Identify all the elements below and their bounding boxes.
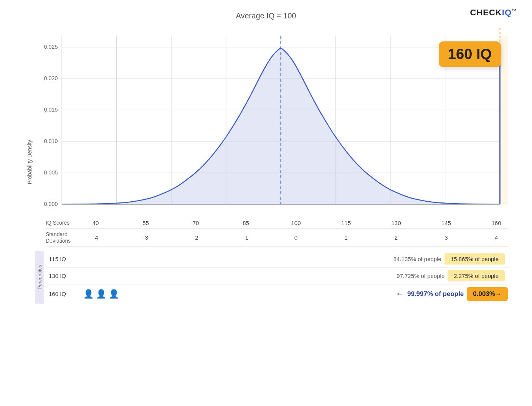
std-dev-value: 0 <box>284 234 307 241</box>
person-icon-3: 👤 <box>109 289 119 299</box>
iq-scores-values: 40557085100115130145160 <box>84 220 508 226</box>
pct-bar-area: 97.725% of people 2.275% of people <box>80 270 508 281</box>
iq-score-value: 145 <box>435 220 458 226</box>
percentile-row: 115 IQ 84.135% of people 15.865% of peop… <box>46 251 508 268</box>
pct-yellow-text: 2.275% of people <box>448 270 505 281</box>
svg-text:0.005: 0.005 <box>44 169 58 176</box>
divider-2 <box>46 247 508 247</box>
percentiles-section: Percentiles 115 IQ 84.135% of people 15.… <box>35 251 508 304</box>
std-dev-value: 2 <box>385 234 408 241</box>
iq-score-value: 40 <box>84 220 107 226</box>
svg-text:0.010: 0.010 <box>44 138 58 144</box>
std-dev-value: 4 <box>485 234 508 241</box>
pct-bar-area: 84.135% of people 15.865% of people <box>80 253 508 265</box>
person-icon-1: 👤 <box>83 289 94 299</box>
arrow-left-icon: ← <box>396 289 404 299</box>
iq-score-value: 160 <box>485 220 508 226</box>
bell-curve-chart: 0.000 0.005 0.010 0.015 0.020 0.025 <box>35 20 508 220</box>
page-container: CHECKIQ™ Average IQ = 100 Probability De… <box>0 0 532 406</box>
pct-iq-label: 130 IQ <box>46 273 80 279</box>
std-dev-value: -3 <box>134 234 157 241</box>
pct-160-orange-badge: 0.003%→ <box>467 287 508 301</box>
pct-160-white-text: 99.997% of people <box>407 290 464 298</box>
iq-scores-row: IQ Scores 40557085100115130145160 <box>46 220 508 226</box>
std-dev-value: 1 <box>335 234 358 241</box>
x-axis-section: IQ Scores 40557085100115130145160 Standa… <box>46 220 508 247</box>
std-dev-value: -4 <box>84 234 107 241</box>
std-dev-row: Standard Deviations -4-3-2-101234 <box>46 231 508 244</box>
chart-inner: 0.000 0.005 0.010 0.015 0.020 0.025 <box>35 20 508 304</box>
svg-rect-21 <box>500 36 508 204</box>
pct-160-iq-label: 160 IQ <box>46 291 80 297</box>
iq-score-value: 70 <box>184 220 207 226</box>
divider-1 <box>46 228 508 229</box>
logo-suffix: IQ <box>502 8 512 17</box>
percentile-row: 130 IQ 97.725% of people 2.275% of peopl… <box>46 268 508 284</box>
std-dev-value: -1 <box>235 234 258 241</box>
percentile-row-160: 160 IQ 👤 👤 👤 ← 99.997% of people 0.003%→ <box>46 284 508 304</box>
iq-score-value: 55 <box>134 220 157 226</box>
logo: CHECKIQ™ <box>470 8 517 18</box>
chart-area: Probability Density 0.000 0.005 <box>24 20 508 304</box>
pct-white-text: 97.725% of people <box>397 273 448 279</box>
iq-badge: 160 IQ <box>439 41 501 67</box>
svg-text:0.025: 0.025 <box>44 44 58 50</box>
std-dev-value: -2 <box>184 234 207 241</box>
logo-text: CHECK <box>470 8 502 17</box>
pct-yellow-text: 15.865% of people <box>444 253 505 265</box>
svg-text:0.020: 0.020 <box>44 75 58 81</box>
percentile-rows: 115 IQ 84.135% of people 15.865% of peop… <box>46 251 508 304</box>
pct-iq-label: 115 IQ <box>46 256 80 262</box>
percentiles-label: Percentiles <box>35 251 44 304</box>
logo-trademark: ™ <box>512 8 517 13</box>
arrow-label-160: ← 99.997% of people <box>396 289 464 299</box>
svg-text:0.015: 0.015 <box>44 107 58 113</box>
std-dev-values: -4-3-2-101234 <box>84 234 508 241</box>
std-dev-value: 3 <box>435 234 458 241</box>
bottom-table: Percentiles 115 IQ 84.135% of people 15.… <box>35 251 508 304</box>
chart-wrapper: Probability Density 0.000 0.005 <box>24 20 508 304</box>
svg-text:0.000: 0.000 <box>44 201 58 207</box>
person-icon-2: 👤 <box>96 289 106 299</box>
chart-title: Average IQ = 100 <box>15 12 517 20</box>
y-axis-label: Probability Density <box>24 20 35 304</box>
iq-score-value: 130 <box>385 220 408 226</box>
iq-score-value: 85 <box>235 220 258 226</box>
pct-160-icons: 👤 👤 👤 <box>80 289 134 299</box>
iq-scores-label: IQ Scores <box>46 220 84 226</box>
pct-white-text: 84.135% of people <box>393 256 444 262</box>
iq-score-value: 115 <box>335 220 358 226</box>
pct-160-bar: ← 99.997% of people 0.003%→ <box>134 287 508 301</box>
std-dev-label: Standard Deviations <box>46 231 84 244</box>
iq-score-value: 100 <box>284 220 307 226</box>
